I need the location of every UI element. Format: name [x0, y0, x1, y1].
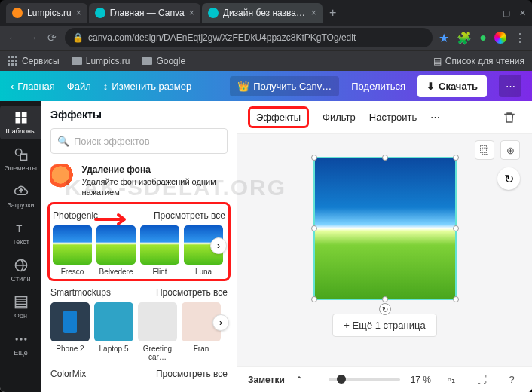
panel-title: Эффекты	[50, 109, 228, 121]
mockup-thumb[interactable]: Laptop 5	[94, 302, 133, 353]
rail-background[interactable]: Фон	[0, 290, 41, 324]
minimize-icon[interactable]: —	[485, 8, 494, 18]
highlight-box: Photogenic Просмотреть все Fresco Belved…	[47, 202, 231, 281]
favicon	[208, 8, 219, 18]
section-photogenic: Photogenic	[53, 210, 98, 221]
forward-icon[interactable]: →	[26, 32, 39, 44]
address-bar: ← → ⟳ 🔒 canva.com/design/DAEnEqtj2gw/XzF…	[0, 26, 532, 50]
bookmark[interactable]: Google	[142, 56, 185, 66]
add-page-text-button[interactable]: + Ещё 1 страница	[332, 314, 436, 337]
rail-more[interactable]: Ещё	[0, 327, 41, 361]
rail-templates[interactable]: Шаблоны	[0, 106, 41, 139]
effect-thumb[interactable]: Flint	[140, 225, 179, 276]
favicon	[12, 8, 23, 18]
browser-tab[interactable]: Lumpics.ru ×	[6, 3, 87, 23]
menu-icon[interactable]: ⋮	[514, 31, 526, 45]
resize-icon: ↕	[103, 81, 109, 92]
delete-button[interactable]	[497, 106, 521, 130]
rail-styles[interactable]: Стили	[0, 253, 41, 287]
tab-title: Lumpics.ru	[27, 8, 72, 18]
svg-text:T: T	[16, 223, 22, 234]
effect-thumb[interactable]: Fresco	[53, 225, 92, 276]
resize-button[interactable]: ↕Изменить размер	[103, 81, 191, 92]
see-all-link[interactable]: Просмотреть все	[156, 369, 228, 379]
home-button[interactable]: ‹Главная	[11, 81, 55, 92]
back-icon[interactable]: ←	[6, 32, 20, 44]
chevron-left-icon: ‹	[11, 81, 14, 92]
close-icon[interactable]: ×	[189, 8, 194, 18]
tool-filter[interactable]: Фильтр	[323, 112, 356, 123]
rail-uploads[interactable]: Загрузки	[0, 179, 41, 213]
close-window-icon[interactable]: ✕	[519, 8, 526, 18]
effects-panel: Эффекты 🔍 Поиск эффектов Удаление фона У…	[41, 101, 237, 392]
mockup-thumb[interactable]: Greeting car…	[138, 302, 177, 361]
url-bar[interactable]: 🔒 canva.com/design/DAEnEqtj2gw/XzFEDkU4p…	[65, 28, 433, 47]
profile-icon[interactable]	[494, 32, 506, 44]
browser-tab-active[interactable]: Дизайн без названия — 1481 ×	[202, 3, 323, 23]
rail-text[interactable]: TТекст	[0, 216, 41, 250]
more-menu[interactable]: ⋯	[499, 75, 521, 97]
sync-icon: ↻	[504, 172, 514, 186]
window-controls: — ▢ ✕	[485, 8, 526, 18]
remove-background-card[interactable]: Удаление фона Удаляйте фон изображений о…	[50, 161, 228, 205]
effect-thumb[interactable]: Belvedere	[96, 225, 136, 276]
ext-icon[interactable]: ●	[479, 31, 487, 44]
annotation-arrow-icon	[94, 213, 132, 226]
new-tab-button[interactable]: +	[324, 6, 342, 20]
folder-icon	[142, 57, 152, 65]
sync-button[interactable]: ↻	[497, 167, 520, 190]
rotate-handle[interactable]: ↻	[379, 303, 391, 315]
status-bar: Заметки ⌃ 17 % ▫₁ ⛶ ?	[237, 366, 532, 392]
svg-rect-5	[20, 154, 26, 160]
svg-rect-1	[21, 112, 26, 118]
fullscreen-button[interactable]: ⛶	[472, 370, 491, 390]
section-smartmockups: Smartmockups	[50, 287, 111, 298]
mockup-thumb[interactable]: Phone 2	[50, 302, 90, 353]
scroll-right-button[interactable]: ›	[210, 237, 227, 254]
download-icon: ⬇	[427, 81, 435, 92]
close-icon[interactable]: ×	[76, 8, 81, 18]
list-icon: ▤	[433, 56, 442, 66]
share-button[interactable]: Поделиться	[351, 81, 405, 92]
tool-configure[interactable]: Настроить	[369, 112, 417, 123]
scroll-right-button[interactable]: ›	[212, 314, 229, 331]
see-all-link[interactable]: Просмотреть все	[154, 210, 225, 221]
canvas-toolbar: Эффекты Фильтр Настроить ⋯	[237, 101, 532, 134]
lock-icon: 🔒	[72, 32, 84, 43]
bookmark[interactable]: Lumpics.ru	[72, 56, 130, 66]
bookmarks-bar: Сервисы Lumpics.ru Google ▤Список для чт…	[0, 50, 532, 71]
apps-icon	[8, 56, 18, 66]
add-page-button[interactable]: ⊕	[500, 140, 520, 160]
maximize-icon[interactable]: ▢	[503, 8, 510, 18]
browser-tab[interactable]: Главная — Canva ×	[89, 3, 200, 23]
search-effects-input[interactable]: 🔍 Поиск эффектов	[50, 128, 228, 154]
tool-more[interactable]: ⋯	[430, 112, 440, 123]
reload-icon[interactable]: ⟳	[45, 32, 59, 44]
star-icon[interactable]: ★	[439, 31, 449, 45]
zoom-slider[interactable]	[329, 378, 400, 381]
rail-elements[interactable]: Элементы	[0, 142, 41, 176]
crown-icon: 👑	[237, 81, 249, 92]
svg-rect-2	[15, 118, 20, 124]
tab-title: Главная — Canva	[110, 8, 185, 18]
download-button[interactable]: ⬇Скачать	[417, 75, 487, 97]
search-icon: 🔍	[57, 136, 69, 147]
extensions-icon[interactable]: 🧩	[457, 31, 472, 45]
favicon	[95, 8, 105, 18]
section-colormix: ColorMix	[50, 369, 86, 379]
tool-effects[interactable]: Эффекты	[248, 106, 309, 128]
file-menu[interactable]: Файл	[67, 81, 91, 92]
help-button[interactable]: ?	[502, 370, 521, 390]
selected-image[interactable]: ↻	[313, 157, 457, 300]
see-all-link[interactable]: Просмотреть все	[156, 287, 228, 298]
close-icon[interactable]: ×	[311, 8, 316, 18]
page-view-button[interactable]: ▫₁	[442, 370, 461, 390]
get-canva-button[interactable]: 👑Получить Canv…	[230, 76, 339, 96]
reading-list[interactable]: ▤Список для чтения	[433, 56, 524, 66]
canvas-main[interactable]: ⿻ ⊕ ↻ ↻ + Ещё 1 страница	[237, 134, 532, 366]
folder-icon	[72, 57, 82, 65]
duplicate-page-button[interactable]: ⿻	[475, 140, 494, 160]
notes-button[interactable]: Заметки	[248, 375, 285, 385]
apps-bookmark[interactable]: Сервисы	[8, 56, 60, 66]
chevron-up-icon[interactable]: ⌃	[295, 375, 303, 385]
